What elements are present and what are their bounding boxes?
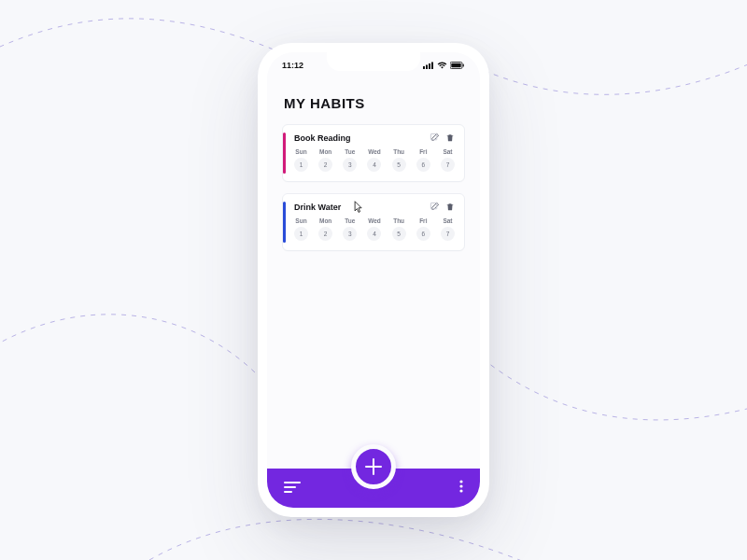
day-label: Sat [443, 217, 452, 224]
svg-point-14 [459, 489, 462, 492]
habit-days: Sun1 Mon2 Tue3 Wed4 Thu5 Fri6 Sat7 [294, 217, 455, 241]
day-toggle[interactable]: 4 [367, 227, 381, 241]
day-label: Sat [443, 148, 452, 155]
day-label: Fri [419, 148, 427, 155]
svg-point-13 [459, 484, 462, 487]
day-toggle[interactable]: 6 [416, 227, 430, 241]
day-label: Mon [319, 148, 331, 155]
menu-icon[interactable] [284, 480, 301, 497]
phone-frame: 11:12 MY HABITS Book Reading [258, 43, 489, 517]
day-label: Thu [393, 148, 404, 155]
notch [327, 52, 420, 71]
day-label: Wed [368, 217, 381, 224]
page-title: MY HABITS [284, 95, 465, 111]
day-toggle[interactable]: 4 [367, 158, 381, 172]
svg-rect-10 [284, 486, 296, 488]
habit-title: Book Reading [294, 133, 351, 143]
day-label: Fri [419, 217, 427, 224]
wifi-icon [437, 62, 447, 69]
screen: 11:12 MY HABITS Book Reading [267, 52, 480, 508]
status-bar: 11:12 [267, 52, 480, 78]
day-label: Sun [295, 148, 306, 155]
day-label: Sun [295, 217, 306, 224]
habit-card[interactable]: Drink Water Sun1 Mon2 Tue3 Wed4 Thu5 Fri… [282, 193, 465, 251]
signal-icon [423, 62, 434, 69]
svg-rect-3 [431, 63, 433, 70]
day-toggle[interactable]: 6 [416, 158, 430, 172]
day-toggle[interactable]: 5 [392, 158, 406, 172]
day-toggle[interactable]: 7 [441, 227, 455, 241]
habit-title: Drink Water [294, 203, 341, 212]
habit-days: Sun1 Mon2 Tue3 Wed4 Thu5 Fri6 Sat7 [294, 148, 455, 172]
day-label: Tue [345, 217, 355, 224]
delete-icon[interactable] [445, 133, 455, 143]
svg-rect-5 [451, 63, 460, 67]
more-icon[interactable] [459, 480, 463, 497]
habit-card[interactable]: Book Reading Sun1 Mon2 Tue3 Wed4 Thu5 Fr… [282, 124, 465, 182]
day-toggle[interactable]: 2 [318, 227, 332, 241]
svg-rect-6 [463, 64, 464, 67]
edit-icon[interactable] [430, 202, 440, 212]
day-label: Tue [345, 148, 355, 155]
day-label: Mon [319, 217, 331, 224]
delete-icon[interactable] [445, 202, 455, 212]
battery-icon [450, 62, 465, 69]
svg-rect-11 [284, 491, 292, 493]
status-indicators [423, 62, 465, 69]
svg-rect-2 [429, 63, 430, 69]
day-toggle[interactable]: 7 [441, 158, 455, 172]
svg-rect-9 [284, 482, 301, 483]
day-toggle[interactable]: 2 [318, 158, 332, 172]
day-toggle[interactable]: 1 [294, 227, 308, 241]
day-toggle[interactable]: 3 [343, 227, 357, 241]
day-toggle[interactable]: 5 [392, 227, 406, 241]
svg-rect-0 [423, 66, 425, 69]
add-habit-button[interactable] [351, 444, 396, 489]
day-toggle[interactable]: 3 [343, 158, 357, 172]
day-label: Thu [393, 217, 404, 224]
svg-rect-1 [426, 65, 428, 70]
svg-point-12 [459, 480, 462, 483]
day-label: Wed [368, 148, 381, 155]
day-toggle[interactable]: 1 [294, 158, 308, 172]
status-time: 11:12 [282, 61, 303, 70]
content-area: MY HABITS Book Reading Sun1 Mon2 Tue3 We… [267, 78, 480, 508]
edit-icon[interactable] [430, 133, 440, 143]
